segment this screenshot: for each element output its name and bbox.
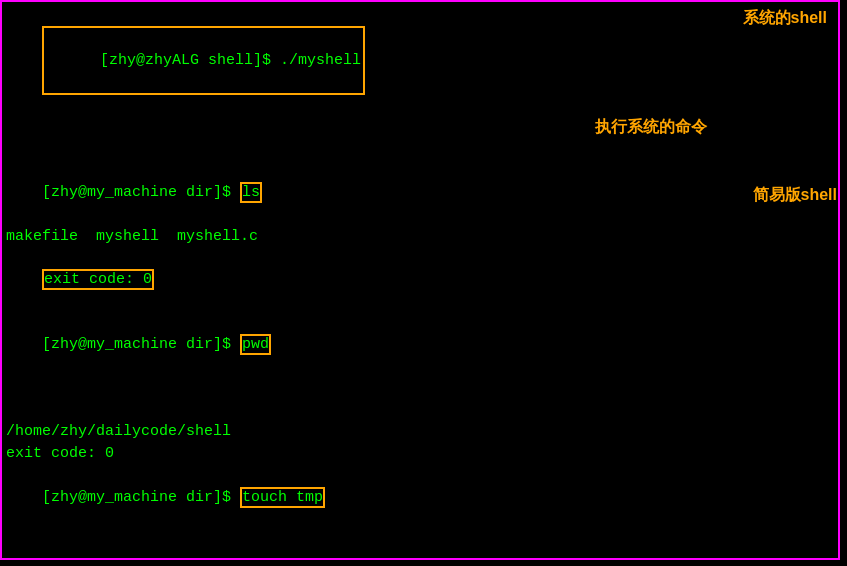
terminal-line-5: [zhy@my_machine dir]$ pwd 执行系统的命令 (6, 313, 841, 422)
prompt-3: [zhy@my_machine dir]$ (42, 336, 240, 353)
annotation-system-shell: 系统的shell (743, 6, 827, 29)
terminal-line-8: [zhy@my_machine dir]$ touch tmp 简易版shell (6, 465, 841, 566)
terminal-line-6: /home/zhy/dailycode/shell (6, 421, 841, 443)
prompt-1: [zhy@zhyALG shell]$ ./myshell (100, 52, 361, 69)
cmd-pwd: pwd (240, 334, 271, 355)
terminal-line-4: exit code: 0 (6, 247, 841, 312)
terminal-line-1: [zhy@zhyALG shell]$ ./myshell 系统的shell (6, 4, 841, 160)
prompt-2: [zhy@my_machine dir]$ (42, 184, 240, 201)
annotation-simple-shell: 简易版shell (753, 183, 837, 206)
first-command-box: [zhy@zhyALG shell]$ ./myshell (42, 26, 365, 95)
terminal-line-2: [zhy@my_machine dir]$ ls (6, 160, 841, 225)
exit-code-box-1: exit code: 0 (42, 269, 154, 290)
terminal-line-7: exit code: 0 (6, 443, 841, 465)
prompt-4: [zhy@my_machine dir]$ (42, 489, 240, 506)
terminal: [zhy@zhyALG shell]$ ./myshell 系统的shell [… (0, 0, 847, 566)
terminal-line-3: makefile myshell myshell.c (6, 226, 841, 248)
cmd-ls-1: ls (240, 182, 262, 203)
cmd-touch: touch tmp (240, 487, 325, 508)
annotation-exec-cmd: 执行系统的命令 (595, 115, 707, 138)
